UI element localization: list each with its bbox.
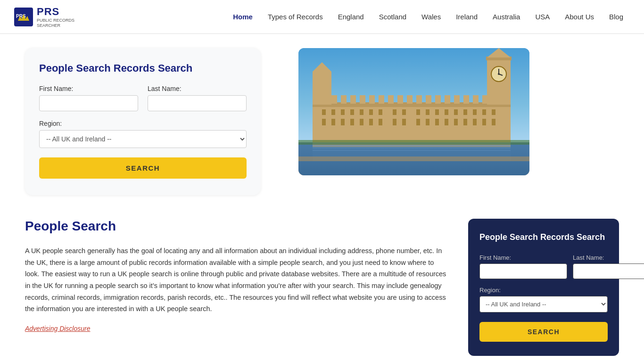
- svg-rect-55: [426, 95, 431, 104]
- svg-rect-17: [426, 109, 429, 115]
- top-region-label: Region:: [39, 120, 247, 127]
- svg-rect-35: [426, 119, 429, 125]
- advertising-disclosure-link[interactable]: Advertising Disclosure: [25, 325, 91, 332]
- svg-rect-22: [473, 109, 477, 115]
- nav-england[interactable]: England: [331, 9, 371, 25]
- svg-rect-77: [313, 148, 511, 148]
- svg-rect-38: [454, 119, 458, 125]
- sidebar-search-title: People Search Records Search: [479, 232, 608, 243]
- svg-rect-28: [350, 119, 354, 125]
- svg-rect-19: [445, 109, 448, 115]
- svg-rect-34: [416, 119, 420, 125]
- svg-rect-80: [298, 140, 529, 145]
- sidebar-region-select[interactable]: -- All UK and Ireland -- England Scotlan…: [479, 296, 608, 313]
- svg-rect-46: [341, 95, 347, 104]
- svg-rect-12: [369, 109, 373, 115]
- svg-rect-42: [492, 119, 495, 125]
- svg-rect-39: [463, 119, 467, 125]
- top-last-name-label: Last Name:: [148, 85, 247, 92]
- svg-rect-48: [360, 95, 365, 104]
- svg-rect-53: [407, 95, 413, 104]
- sidebar-search-button[interactable]: SEARCH: [479, 322, 608, 342]
- top-first-name-input[interactable]: [39, 95, 138, 111]
- nav-usa[interactable]: USA: [528, 9, 556, 25]
- svg-rect-37: [445, 119, 448, 125]
- sidebar-last-name-input[interactable]: [573, 263, 644, 279]
- svg-rect-24: [492, 109, 495, 115]
- svg-rect-76: [313, 145, 511, 146]
- logo-subtext: PUBLIC RECORDS SEARCHER: [37, 18, 74, 28]
- sidebar-search-card: People Search Records Search First Name:…: [468, 219, 619, 356]
- top-search-title: People Search Records Search: [39, 62, 247, 74]
- parliament-illustration: [298, 48, 529, 175]
- top-first-name-label: First Name:: [39, 85, 138, 92]
- sidebar-last-name-group: Last Name:: [573, 254, 644, 279]
- hero-image: [298, 48, 529, 175]
- svg-rect-15: [402, 109, 406, 115]
- svg-rect-13: [379, 109, 382, 115]
- svg-rect-33: [402, 119, 406, 125]
- svg-rect-20: [454, 109, 458, 115]
- sidebar-name-row: First Name: Last Name:: [479, 254, 608, 279]
- article-body: A UK people search generally has the goa…: [25, 245, 449, 315]
- svg-rect-11: [360, 109, 363, 115]
- top-search-button[interactable]: SEARCH: [39, 157, 247, 179]
- svg-rect-78: [313, 150, 511, 151]
- top-region-select[interactable]: -- All UK and Ireland -- England Scotlan…: [39, 130, 247, 148]
- top-name-row: First Name: Last Name:: [39, 85, 247, 111]
- sidebar-first-name-input[interactable]: [479, 263, 567, 279]
- svg-rect-27: [341, 119, 345, 125]
- svg-rect-51: [388, 95, 394, 104]
- main-content: People Search Records Search First Name:…: [16, 34, 628, 362]
- top-last-name-input[interactable]: [148, 95, 247, 111]
- nav-home[interactable]: Home: [226, 9, 259, 25]
- svg-rect-59: [463, 95, 469, 104]
- svg-rect-60: [473, 95, 479, 104]
- svg-rect-72: [313, 72, 331, 105]
- svg-rect-47: [350, 95, 356, 104]
- svg-rect-40: [473, 119, 477, 125]
- sidebar-region-group: Region: -- All UK and Ireland -- England…: [479, 287, 608, 313]
- top-last-name-group: Last Name:: [148, 85, 247, 111]
- svg-rect-31: [379, 119, 382, 125]
- nav-types-of-records[interactable]: Types of Records: [261, 9, 330, 25]
- svg-rect-56: [435, 95, 441, 104]
- top-first-name-group: First Name:: [39, 85, 138, 111]
- svg-rect-26: [331, 119, 335, 125]
- svg-rect-32: [393, 119, 396, 125]
- logo-text: PRS: [37, 6, 74, 18]
- svg-rect-58: [454, 95, 460, 104]
- nav-wales[interactable]: Wales: [415, 9, 447, 25]
- article: People Search A UK people search general…: [25, 219, 449, 332]
- svg-rect-41: [482, 119, 486, 125]
- top-search-card: People Search Records Search First Name:…: [25, 48, 261, 195]
- svg-rect-45: [331, 95, 337, 104]
- svg-rect-10: [350, 109, 354, 115]
- svg-rect-79: [298, 156, 529, 161]
- svg-rect-29: [360, 119, 363, 125]
- sidebar-first-name-group: First Name:: [479, 254, 567, 279]
- nav-australia[interactable]: Australia: [486, 9, 527, 25]
- svg-rect-30: [369, 119, 373, 125]
- sidebar-first-name-label: First Name:: [479, 254, 567, 261]
- svg-rect-8: [331, 109, 335, 115]
- logo-icon: PRS: [14, 8, 33, 26]
- svg-rect-50: [379, 95, 384, 104]
- header: PRS PRS PUBLIC RECORDS SEARCHER Home Typ…: [0, 0, 644, 34]
- nav-ireland[interactable]: Ireland: [449, 9, 484, 25]
- sidebar-region-label: Region:: [479, 287, 608, 294]
- logo[interactable]: PRS PRS PUBLIC RECORDS SEARCHER: [14, 6, 74, 28]
- nav-blog[interactable]: Blog: [603, 9, 630, 25]
- svg-rect-23: [482, 109, 486, 115]
- svg-rect-57: [445, 95, 450, 104]
- nav-scotland[interactable]: Scotland: [372, 9, 413, 25]
- top-section: People Search Records Search First Name:…: [25, 48, 619, 195]
- hero-image-container: [298, 48, 529, 175]
- article-title: People Search: [25, 219, 449, 234]
- svg-rect-16: [416, 109, 420, 115]
- svg-rect-49: [369, 95, 375, 104]
- svg-rect-25: [322, 119, 326, 125]
- svg-rect-52: [397, 95, 403, 104]
- nav-about-us[interactable]: About Us: [558, 9, 601, 25]
- svg-rect-18: [435, 109, 439, 115]
